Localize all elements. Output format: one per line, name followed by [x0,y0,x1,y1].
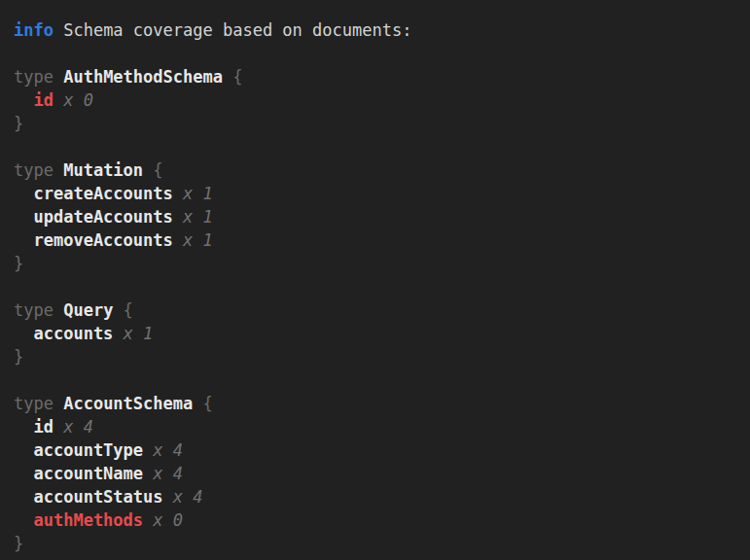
coverage-blocks: typeAuthMethodSchema{idx 0}typeMutation{… [14,42,742,555]
block-close-line: } [14,112,742,135]
field-usage-count: x 4 [63,417,93,437]
open-brace-icon: { [153,160,162,180]
type-keyword: type [14,300,54,320]
type-name: AccountSchema [63,394,193,413]
field-usage-count: x 1 [124,324,154,343]
type-keyword: type [14,67,54,87]
field-line: accountNamex 4 [14,462,742,485]
type-keyword: type [14,394,54,413]
field-name: updateAccounts [33,207,172,227]
type-name: Mutation [63,160,143,180]
field-name: removeAccounts [33,230,172,250]
field-line: removeAccountsx 1 [14,228,742,252]
blank-line [14,135,742,158]
info-line: infoSchema coverage based on documents: [14,18,742,42]
field-usage-count: x 1 [183,230,213,250]
field-name: id [33,417,53,437]
field-line: idx 0 [14,88,742,112]
field-usage-count: x 4 [153,440,183,460]
type-name: AuthMethodSchema [63,67,223,87]
field-line: accountsx 1 [14,322,742,345]
block-close-line: } [14,252,742,275]
field-usage-count: x 0 [153,510,183,530]
info-level-badge: info [14,20,54,40]
block-close-line: } [14,345,742,368]
block-close-line: } [14,532,742,555]
open-brace-icon: { [202,394,212,413]
info-message: Schema coverage based on documents: [63,20,411,40]
field-usage-count: x 0 [63,90,93,110]
field-name: accountStatus [33,487,162,507]
field-name: accountName [33,464,143,483]
field-usage-count: x 1 [183,184,213,203]
field-name: createAccounts [33,184,172,203]
field-name: accounts [33,324,113,343]
type-declaration-line: typeAccountSchema{ [14,392,742,415]
field-line: idx 4 [14,415,742,438]
field-name: accountType [33,440,143,460]
field-line: updateAccountsx 1 [14,205,742,228]
field-line: createAccountsx 1 [14,182,742,205]
field-usage-count: x 4 [153,464,183,483]
type-declaration-line: typeAuthMethodSchema{ [14,65,742,88]
field-line: authMethodsx 0 [14,508,742,532]
terminal-output[interactable]: infoSchema coverage based on documents: … [0,0,750,560]
type-keyword: type [14,160,54,180]
field-line: accountTypex 4 [14,438,742,462]
type-declaration-line: typeMutation{ [14,158,742,182]
field-line: accountStatusx 4 [14,485,742,508]
field-name-uncovered: id [33,90,53,110]
field-usage-count: x 4 [173,487,203,507]
close-brace-icon: } [14,534,23,553]
blank-line [14,275,742,298]
open-brace-icon: { [124,300,133,320]
field-name-uncovered: authMethods [33,510,143,530]
close-brace-icon: } [14,114,23,133]
type-declaration-line: typeQuery{ [14,298,742,322]
open-brace-icon: { [232,67,242,87]
close-brace-icon: } [14,254,23,273]
blank-line [14,368,742,392]
blank-line [14,42,742,65]
close-brace-icon: } [14,347,23,367]
field-usage-count: x 1 [183,207,213,227]
type-name: Query [63,300,113,320]
